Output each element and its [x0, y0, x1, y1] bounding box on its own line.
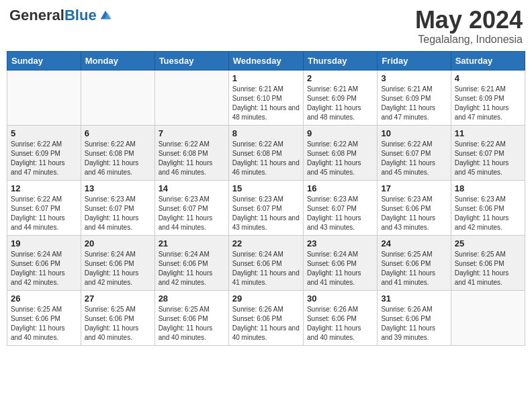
day-info: Sunrise: 6:24 AMSunset: 6:06 PMDaylight:…	[232, 250, 300, 287]
day-info: Sunrise: 6:21 AMSunset: 6:09 PMDaylight:…	[455, 85, 521, 122]
calendar-cell: 18Sunrise: 6:23 AMSunset: 6:06 PMDayligh…	[451, 180, 525, 235]
day-info: Sunrise: 6:22 AMSunset: 6:07 PMDaylight:…	[11, 195, 77, 232]
calendar-cell: 14Sunrise: 6:23 AMSunset: 6:07 PMDayligh…	[154, 180, 228, 235]
weekday-header-friday: Friday	[378, 51, 451, 70]
weekday-header-row: SundayMondayTuesdayWednesdayThursdayFrid…	[7, 51, 525, 70]
day-number: 22	[232, 238, 300, 248]
day-info: Sunrise: 6:23 AMSunset: 6:07 PMDaylight:…	[85, 195, 151, 232]
day-number: 30	[307, 293, 373, 304]
weekday-header-monday: Monday	[81, 51, 154, 70]
calendar-week-row: 26Sunrise: 6:25 AMSunset: 6:06 PMDayligh…	[7, 290, 525, 345]
day-info: Sunrise: 6:26 AMSunset: 6:06 PMDaylight:…	[381, 305, 447, 342]
day-info: Sunrise: 6:25 AMSunset: 6:06 PMDaylight:…	[159, 305, 225, 342]
calendar-cell: 29Sunrise: 6:26 AMSunset: 6:06 PMDayligh…	[228, 290, 303, 345]
calendar-cell: 5Sunrise: 6:22 AMSunset: 6:09 PMDaylight…	[7, 125, 81, 180]
calendar-cell: 3Sunrise: 6:21 AMSunset: 6:09 PMDaylight…	[378, 70, 451, 125]
calendar-cell: 13Sunrise: 6:23 AMSunset: 6:07 PMDayligh…	[81, 180, 154, 235]
day-number: 5	[11, 128, 77, 138]
day-info: Sunrise: 6:25 AMSunset: 6:06 PMDaylight:…	[381, 250, 447, 287]
calendar-cell	[451, 290, 525, 345]
day-info: Sunrise: 6:21 AMSunset: 6:10 PMDaylight:…	[232, 85, 300, 122]
day-info: Sunrise: 6:23 AMSunset: 6:07 PMDaylight:…	[159, 195, 225, 232]
calendar-cell: 6Sunrise: 6:22 AMSunset: 6:08 PMDaylight…	[81, 125, 154, 180]
day-number: 17	[381, 183, 447, 193]
calendar-week-row: 5Sunrise: 6:22 AMSunset: 6:09 PMDaylight…	[7, 125, 525, 180]
calendar-cell: 16Sunrise: 6:23 AMSunset: 6:07 PMDayligh…	[303, 180, 377, 235]
day-info: Sunrise: 6:22 AMSunset: 6:08 PMDaylight:…	[232, 140, 300, 177]
calendar-cell: 19Sunrise: 6:24 AMSunset: 6:06 PMDayligh…	[7, 235, 81, 290]
day-info: Sunrise: 6:25 AMSunset: 6:06 PMDaylight:…	[455, 250, 521, 287]
logo-general: General	[9, 7, 64, 24]
day-number: 13	[85, 183, 151, 193]
day-info: Sunrise: 6:25 AMSunset: 6:06 PMDaylight:…	[11, 305, 77, 342]
weekday-header-sunday: Sunday	[7, 51, 81, 70]
day-info: Sunrise: 6:25 AMSunset: 6:06 PMDaylight:…	[85, 305, 151, 342]
calendar-cell	[154, 70, 228, 125]
day-number: 8	[232, 128, 300, 138]
logo: GeneralBlue	[9, 7, 113, 24]
calendar-cell: 21Sunrise: 6:24 AMSunset: 6:06 PMDayligh…	[154, 235, 228, 290]
day-info: Sunrise: 6:22 AMSunset: 6:08 PMDaylight:…	[159, 140, 225, 177]
weekday-header-saturday: Saturday	[451, 51, 525, 70]
day-info: Sunrise: 6:23 AMSunset: 6:07 PMDaylight:…	[232, 195, 300, 232]
calendar-cell: 30Sunrise: 6:26 AMSunset: 6:06 PMDayligh…	[303, 290, 377, 345]
day-number: 15	[232, 183, 300, 193]
day-info: Sunrise: 6:24 AMSunset: 6:06 PMDaylight:…	[85, 250, 151, 287]
day-info: Sunrise: 6:23 AMSunset: 6:06 PMDaylight:…	[455, 195, 521, 232]
weekday-header-tuesday: Tuesday	[154, 51, 228, 70]
calendar-cell: 25Sunrise: 6:25 AMSunset: 6:06 PMDayligh…	[451, 235, 525, 290]
day-info: Sunrise: 6:22 AMSunset: 6:08 PMDaylight:…	[307, 140, 373, 177]
day-info: Sunrise: 6:21 AMSunset: 6:09 PMDaylight:…	[381, 85, 447, 122]
calendar-cell: 4Sunrise: 6:21 AMSunset: 6:09 PMDaylight…	[451, 70, 525, 125]
calendar-cell: 24Sunrise: 6:25 AMSunset: 6:06 PMDayligh…	[378, 235, 451, 290]
day-number: 11	[455, 128, 521, 138]
calendar-cell: 9Sunrise: 6:22 AMSunset: 6:08 PMDaylight…	[303, 125, 377, 180]
calendar-cell: 17Sunrise: 6:23 AMSunset: 6:06 PMDayligh…	[378, 180, 451, 235]
day-number: 9	[307, 128, 373, 138]
calendar-week-row: 1Sunrise: 6:21 AMSunset: 6:10 PMDaylight…	[7, 70, 525, 125]
calendar-week-row: 12Sunrise: 6:22 AMSunset: 6:07 PMDayligh…	[7, 180, 525, 235]
day-info: Sunrise: 6:23 AMSunset: 6:07 PMDaylight:…	[307, 195, 373, 232]
calendar-cell: 15Sunrise: 6:23 AMSunset: 6:07 PMDayligh…	[228, 180, 303, 235]
day-number: 24	[381, 238, 447, 248]
month-title: May 2024	[415, 7, 523, 34]
day-number: 27	[85, 293, 151, 304]
calendar-cell	[81, 70, 154, 125]
location: Tegalalang, Indonesia	[415, 34, 523, 46]
title-section: May 2024 Tegalalang, Indonesia	[415, 7, 523, 46]
day-number: 7	[159, 128, 225, 138]
day-info: Sunrise: 6:24 AMSunset: 6:06 PMDaylight:…	[11, 250, 77, 287]
calendar-cell: 1Sunrise: 6:21 AMSunset: 6:10 PMDaylight…	[228, 70, 303, 125]
calendar-cell: 12Sunrise: 6:22 AMSunset: 6:07 PMDayligh…	[7, 180, 81, 235]
day-number: 31	[381, 293, 447, 304]
day-info: Sunrise: 6:22 AMSunset: 6:08 PMDaylight:…	[85, 140, 151, 177]
calendar-cell: 8Sunrise: 6:22 AMSunset: 6:08 PMDaylight…	[228, 125, 303, 180]
calendar-cell: 31Sunrise: 6:26 AMSunset: 6:06 PMDayligh…	[378, 290, 451, 345]
calendar-cell: 23Sunrise: 6:24 AMSunset: 6:06 PMDayligh…	[303, 235, 377, 290]
day-number: 3	[381, 73, 447, 83]
day-number: 18	[455, 183, 521, 193]
day-number: 16	[307, 183, 373, 193]
page-header: GeneralBlue May 2024 Tegalalang, Indones…	[7, 7, 525, 46]
day-number: 19	[11, 238, 77, 248]
day-number: 6	[85, 128, 151, 138]
day-number: 26	[11, 293, 77, 304]
day-number: 2	[307, 73, 373, 83]
day-number: 25	[455, 238, 521, 248]
day-info: Sunrise: 6:23 AMSunset: 6:06 PMDaylight:…	[381, 195, 447, 232]
calendar-cell: 2Sunrise: 6:21 AMSunset: 6:09 PMDaylight…	[303, 70, 377, 125]
day-info: Sunrise: 6:26 AMSunset: 6:06 PMDaylight:…	[232, 305, 300, 342]
day-number: 21	[159, 238, 225, 248]
logo-blue: Blue	[64, 7, 97, 24]
calendar-cell	[7, 70, 81, 125]
day-number: 10	[381, 128, 447, 138]
day-info: Sunrise: 6:24 AMSunset: 6:06 PMDaylight:…	[307, 250, 373, 287]
day-number: 12	[11, 183, 77, 193]
day-info: Sunrise: 6:26 AMSunset: 6:06 PMDaylight:…	[307, 305, 373, 342]
day-info: Sunrise: 6:22 AMSunset: 6:07 PMDaylight:…	[381, 140, 447, 177]
calendar-cell: 27Sunrise: 6:25 AMSunset: 6:06 PMDayligh…	[81, 290, 154, 345]
logo-icon	[98, 8, 113, 23]
calendar-cell: 7Sunrise: 6:22 AMSunset: 6:08 PMDaylight…	[154, 125, 228, 180]
calendar-cell: 22Sunrise: 6:24 AMSunset: 6:06 PMDayligh…	[228, 235, 303, 290]
day-number: 20	[85, 238, 151, 248]
